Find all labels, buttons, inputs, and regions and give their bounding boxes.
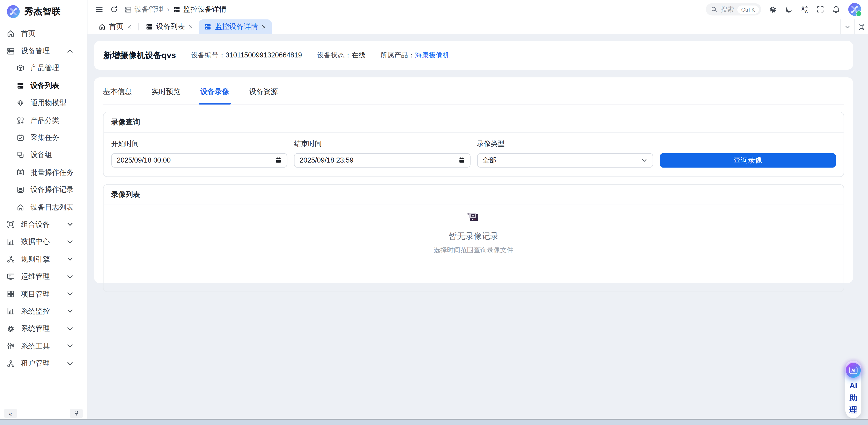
sidebar-item-label: 系统工具 [21, 341, 50, 351]
device-field-value[interactable]: 海康摄像机 [415, 51, 450, 59]
notifications-bell-icon[interactable] [832, 5, 840, 13]
fullscreen-icon[interactable] [816, 5, 824, 13]
server-filled-icon [146, 23, 153, 30]
page-tab-label: 监控设备详情 [215, 22, 258, 32]
sidebar-item-首页[interactable]: 首页 [0, 25, 87, 42]
sidebar-collapse-button[interactable]: « [4, 408, 17, 418]
calendar-icon [458, 157, 465, 164]
search-placeholder: 搜索 [721, 5, 734, 14]
calendar-icon [275, 157, 282, 164]
breadcrumb-item-监控设备详情[interactable]: 监控设备详情 [174, 4, 226, 14]
query-form: 开始时间2025/09/18 00:00结束时间2025/09/18 23:59… [104, 133, 844, 176]
device-field-label: 所属产品： [380, 51, 415, 59]
chevron-down-icon [66, 272, 74, 281]
share-icon [7, 255, 15, 264]
sidebar-item-label: 租户管理 [21, 358, 50, 368]
sidebar-item-产品管理[interactable]: 产品管理 [0, 60, 87, 77]
breadcrumb-item-设备管理[interactable]: 设备管理 [125, 4, 163, 14]
content-maximize-button[interactable] [854, 19, 868, 34]
sidebar-item-租户管理[interactable]: 租户管理 [0, 355, 87, 372]
sidebar-item-label: 规则引擎 [21, 254, 50, 264]
search-input[interactable]: 搜索 Ctrl K [706, 3, 761, 16]
chevron-down-icon [66, 255, 74, 264]
sidebar-item-批量操作任务[interactable]: 批量操作任务 [0, 164, 87, 181]
home-icon [99, 23, 106, 30]
sidebar-item-组合设备[interactable]: 组合设备 [0, 216, 87, 233]
tab-bar-controls [840, 19, 868, 34]
query-button-column: 查询录像 [660, 138, 836, 168]
page-tab-设备列表[interactable]: 设备列表 [140, 19, 198, 34]
chevron-down-icon [66, 325, 74, 333]
sidebar-item-项目管理[interactable]: 项目管理 [0, 285, 87, 303]
sidebar-item-系统管理[interactable]: 系统管理 [0, 320, 87, 337]
datetime-input[interactable]: 2025/09/18 23:59 [294, 153, 470, 168]
sidebar-item-运维管理[interactable]: 运维管理 [0, 268, 87, 285]
id-card-icon [17, 169, 24, 176]
empty-state-title: 暂无录像记录 [449, 231, 499, 241]
tab-list-dropdown-button[interactable] [840, 19, 854, 34]
translate-icon[interactable]: 文A [801, 5, 809, 13]
org-icon [7, 359, 15, 368]
sidebar-item-设备管理[interactable]: 设备管理 [0, 42, 87, 60]
page-tab-监控设备详情[interactable]: 监控设备详情 [199, 19, 272, 34]
ai-assistant-icon: AI [846, 363, 861, 378]
query-field-label: 录像类型 [477, 139, 653, 149]
brand-name: 秀杰智联 [24, 6, 61, 18]
detail-tab-基本信息[interactable]: 基本信息 [103, 87, 132, 104]
sidebar-item-label: 首页 [21, 29, 35, 39]
sidebar-item-通用物模型[interactable]: 通用物模型 [0, 94, 87, 112]
sidebar-pin-button[interactable] [70, 408, 83, 418]
user-avatar[interactable] [848, 3, 861, 16]
refresh-icon[interactable] [110, 5, 118, 13]
detail-tab-实时预览[interactable]: 实时预览 [152, 87, 181, 104]
page-tab-label: 设备列表 [156, 22, 185, 32]
detail-tab-设备录像[interactable]: 设备录像 [200, 87, 229, 104]
server-icon [7, 47, 15, 55]
chevron-down-icon [66, 221, 74, 229]
sidebar-item-设备组[interactable]: 设备组 [0, 146, 87, 164]
sidebar-item-label: 系统监控 [21, 306, 50, 317]
sidebar-item-产品分类[interactable]: 产品分类 [0, 112, 87, 129]
chevron-down-icon [844, 24, 851, 30]
close-icon[interactable] [188, 24, 193, 29]
device-field-value: 31011500991320664819 [225, 51, 302, 59]
sidebar-item-label: 产品分类 [30, 115, 59, 125]
query-recordings-button[interactable]: 查询录像 [660, 153, 836, 168]
ai-assistant-button[interactable]: AI AI 助 理 [845, 361, 861, 418]
device-field: 设备状态：在线 [317, 51, 365, 60]
dark-mode-moon-icon[interactable] [785, 5, 793, 13]
close-icon[interactable] [261, 24, 266, 29]
page-tab-首页[interactable]: 首页 [93, 19, 137, 34]
sidebar-item-设备日志列表[interactable]: 设备日志列表 [0, 198, 87, 216]
recording-query-card: 录像查询 开始时间2025/09/18 00:00结束时间2025/09/18 … [103, 112, 844, 177]
list-card-title: 录像列表 [104, 185, 844, 205]
sidebar-item-label: 设备日志列表 [30, 202, 73, 212]
recording-type-select[interactable]: 全部 [477, 153, 653, 168]
sidebar-item-系统工具[interactable]: 系统工具 [0, 337, 87, 355]
sidebar-item-设备操作记录[interactable]: 设备操作记录 [0, 181, 87, 198]
close-icon[interactable] [127, 24, 132, 29]
device-header-card: 新增摄像机设备qvs 设备编号：31011500991320664819设备状态… [94, 41, 853, 70]
hamburger-icon[interactable] [95, 5, 104, 13]
input-value: 全部 [483, 156, 496, 165]
settings-gear-icon[interactable] [769, 5, 777, 13]
datetime-input[interactable]: 2025/09/18 00:00 [111, 153, 287, 168]
horizontal-scrollbar[interactable] [0, 419, 868, 425]
recording-list-card: 录像列表 暂无录像记录 选择时间范围查询录像文件 [103, 184, 844, 292]
box-icon [17, 64, 24, 72]
sidebar-item-数据中心[interactable]: 数据中心 [0, 233, 87, 251]
server-icon [125, 6, 132, 13]
sidebar-footer: « [0, 408, 87, 418]
sidebar-item-label: 设备管理 [21, 46, 50, 56]
sidebar-item-系统监控[interactable]: 系统监控 [0, 303, 87, 320]
detail-tab-设备资源[interactable]: 设备资源 [249, 87, 278, 104]
sidebar-item-设备列表[interactable]: 设备列表 [0, 77, 87, 94]
topbar: 设备管理›监控设备详情 搜索 Ctrl K 文A [88, 0, 868, 19]
sidebar-item-采集任务[interactable]: 采集任务 [0, 129, 87, 146]
topbar-actions: 搜索 Ctrl K 文A [706, 3, 861, 16]
sidebar-item-规则引擎[interactable]: 规则引擎 [0, 251, 87, 268]
server-filled-icon [204, 23, 212, 30]
input-value: 2025/09/18 23:59 [300, 156, 353, 164]
main-content: 新增摄像机设备qvs 设备编号：31011500991320664819设备状态… [88, 34, 868, 425]
page-tab-label: 首页 [109, 22, 123, 32]
